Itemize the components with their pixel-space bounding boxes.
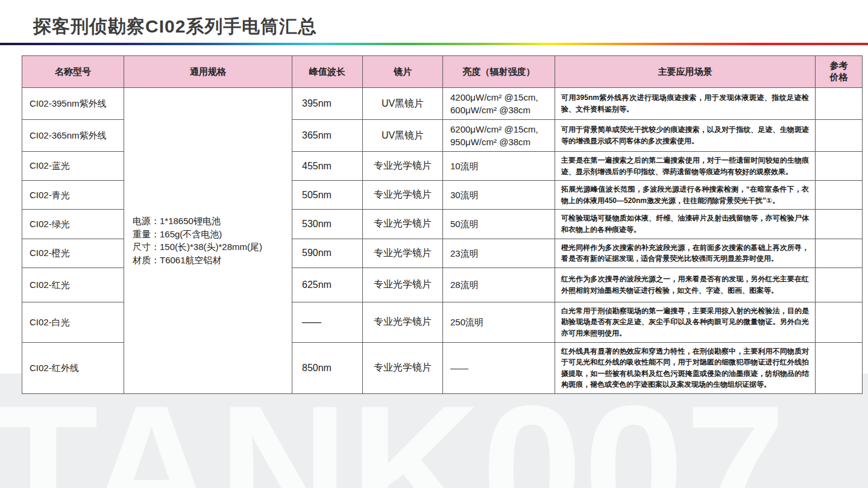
wavelength-cell: ——: [292, 302, 363, 342]
lens-cell: UV黑镜片: [363, 88, 443, 120]
model-cell: CI02-绿光: [22, 210, 124, 239]
price-cell: [816, 88, 863, 120]
model-cell: CI02-青光: [22, 181, 124, 210]
wavelength-cell: 395nm: [292, 88, 363, 120]
price-cell: [816, 267, 863, 302]
page: 探客刑侦勘察CI02系列手电筒汇总 TANK007 名称型号 通用规格 峰值波长…: [0, 0, 868, 488]
scenario-cell: 可检验现场可疑物质如体液、纤维、油漆碎片及射击残留物等，亦可检验尸体和衣物上的各…: [555, 210, 816, 239]
model-cell: CI02-395nm紫外线: [22, 88, 124, 120]
wavelength-cell: 455nm: [292, 152, 363, 181]
wavelength-cell: 365nm: [292, 120, 363, 152]
brightness-cell: 6200μW/cm² @15cm, 950μW/cm² @38cm: [443, 120, 555, 152]
price-cell: [816, 302, 863, 342]
scenario-cell: 白光常用于刑侦勘察现场的第一遍搜寻，主要采用掠入射的光检验法，目的是勘验现场是否…: [555, 302, 816, 342]
price-cell: [816, 239, 863, 267]
brightness-cell: 30流明: [443, 181, 555, 210]
flashlight-spec-table: 名称型号 通用规格 峰值波长 镜片 亮度（辐射强度） 主要应用场景 参考 价格 …: [22, 55, 863, 394]
scenario-cell: 可用395nm紫外线再次进行现场痕迹搜索，用于发现体液斑迹、指纹足迹检验、文件资…: [555, 88, 816, 120]
lens-cell: UV黑镜片: [363, 120, 443, 152]
brightness-cell: ——: [443, 342, 555, 393]
wavelength-cell: 625nm: [292, 267, 363, 302]
brightness-cell: 10流明: [443, 152, 555, 181]
scenario-cell: 橙光同样作为多次搜索的补充波段光源，在前面多次搜索的基础上再次所寻，看是否有新的…: [555, 239, 816, 267]
lens-cell: 专业光学镜片: [363, 152, 443, 181]
lens-cell: 专业光学镜片: [363, 239, 443, 267]
header-row: 名称型号 通用规格 峰值波长 镜片 亮度（辐射强度） 主要应用场景 参考 价格: [22, 56, 863, 88]
header-lens: 镜片: [363, 56, 443, 88]
header-wavelength: 峰值波长: [292, 56, 363, 88]
wavelength-cell: 505nm: [292, 181, 363, 210]
shared-specs-cell: 电源：1*18650锂电池 重量：165g(不含电池) 尺寸：150(长)*38…: [124, 88, 292, 394]
lens-cell: 专业光学镜片: [363, 302, 443, 342]
header-model: 名称型号: [22, 56, 124, 88]
model-cell: CI02-白光: [22, 302, 124, 342]
table-body: CI02-395nm紫外线电源：1*18650锂电池 重量：165g(不含电池)…: [22, 88, 863, 394]
lens-cell: 专业光学镜片: [363, 210, 443, 239]
model-cell: CI02-橙光: [22, 239, 124, 267]
page-title: 探客刑侦勘察CI02系列手电筒汇总: [33, 14, 316, 39]
scenario-cell: 可用于背景简单或荧光干扰较少的痕迹搜索，以及对于指纹、足迹、生物斑迹等的增强显示…: [555, 120, 816, 152]
watermark: TANK007: [0, 378, 787, 488]
lens-cell: 专业光学镜片: [363, 342, 443, 393]
model-cell: CI02-红外线: [22, 342, 124, 393]
price-cell: [816, 120, 863, 152]
brightness-cell: 28流明: [443, 267, 555, 302]
wavelength-cell: 590nm: [292, 239, 363, 267]
brightness-cell: 4200μW/cm² @15cm, 600μW/cm² @38cm: [443, 88, 555, 120]
model-cell: CI02-红光: [22, 267, 124, 302]
scenario-cell: 红光作为多次搜寻的波段光源之一，用来看是否有的发现，另外红光主要在红外照相前对油…: [555, 267, 816, 302]
brightness-cell: 23流明: [443, 239, 555, 267]
scenario-cell: 红外线具有显著的热效应和穿透力特性，在刑侦勘察中，主要利用不同物质对于可见光和红…: [555, 342, 816, 393]
header-brightness: 亮度（辐射强度）: [443, 56, 555, 88]
lens-cell: 专业光学镜片: [363, 181, 443, 210]
header-scenario: 主要应用场景: [555, 56, 816, 88]
scenario-cell: 拓展光源峰值波长范围，多波段光源进行各种搜索检测，“在暗室条件下，衣物上的体液用…: [555, 181, 816, 210]
lens-cell: 专业光学镜片: [363, 267, 443, 302]
header-specs: 通用规格: [124, 56, 292, 88]
price-cell: [816, 181, 863, 210]
scenario-cell: 主要是在第一遍搜索之后的第二遍搜索使用，对于一些遗留时间较短的生物痕迹、显示剂增…: [555, 152, 816, 181]
price-cell: [816, 152, 863, 181]
model-cell: CI02-蓝光: [22, 152, 124, 181]
wavelength-cell: 530nm: [292, 210, 363, 239]
brightness-cell: 50流明: [443, 210, 555, 239]
table-row: CI02-395nm紫外线电源：1*18650锂电池 重量：165g(不含电池)…: [22, 88, 863, 120]
price-cell: [816, 342, 863, 393]
price-cell: [816, 210, 863, 239]
brightness-cell: 250流明: [443, 302, 555, 342]
wavelength-cell: 850nm: [292, 342, 363, 393]
model-cell: CI02-365nm紫外线: [22, 120, 124, 152]
spectrum-divider: [0, 43, 868, 45]
header-price: 参考 价格: [816, 56, 863, 88]
